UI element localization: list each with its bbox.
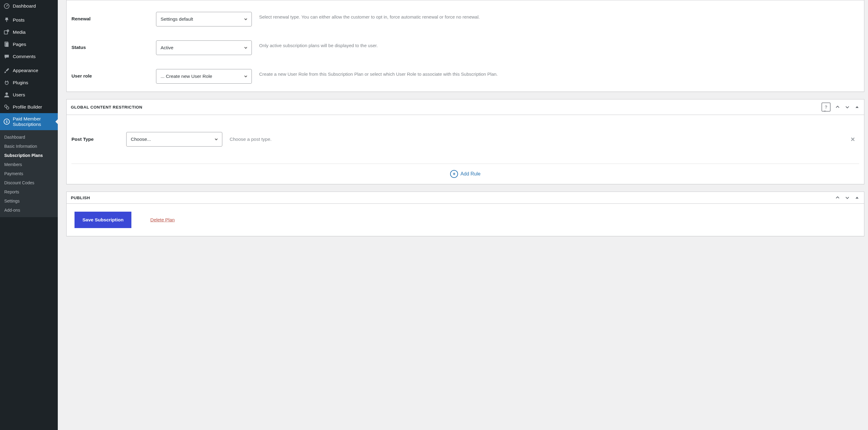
pages-icon [4,41,10,48]
move-up-icon[interactable] [835,104,840,110]
sidebar-item-label: Pages [13,42,26,47]
move-up-icon[interactable] [835,195,840,201]
sidebar-item-label: Media [13,30,26,35]
global-content-restriction-box: Global Content Restriction ? Post Type [66,99,864,184]
status-select[interactable]: Active [156,40,252,55]
svg-point-6 [5,92,8,95]
comment-icon [4,54,10,60]
status-select-value: Active [161,45,173,51]
field-status: Status Active Only active subscription p… [71,34,859,62]
sidebar-item-label: Users [13,92,25,98]
sidebar-item-paid-member-subscriptions[interactable]: $ Paid Member Subscriptions [0,113,58,130]
add-rule-button[interactable]: + Add Rule [71,164,859,184]
publish-box: Publish Save Subscription Delete Plan [66,192,864,236]
brush-icon [4,67,10,73]
post-type-select[interactable]: Choose... [126,132,222,147]
sidebar-item-appearance[interactable]: Appearance [0,64,58,76]
submenu-reports[interactable]: Reports [0,187,58,196]
sidebar-item-dashboard[interactable]: Dashboard [0,0,58,12]
delete-plan-link[interactable]: Delete Plan [150,217,175,223]
renewal-select-value: Settings default [161,17,193,22]
pms-icon: $ [4,119,10,125]
sidebar-item-profile-builder[interactable]: Profile Builder [0,101,58,113]
svg-point-8 [6,107,9,109]
sidebar-item-label: Posts [13,17,25,23]
post-type-label: Post Type [71,136,126,142]
move-down-icon[interactable] [845,104,850,110]
sidebar-item-label: Profile Builder [13,104,42,110]
field-desc-user-role: Create a new User Role from this Subscri… [252,69,859,78]
submenu-subscription-plans[interactable]: Subscription Plans [0,151,58,160]
sidebar-item-label: Dashboard [13,3,36,9]
chevron-down-icon [244,45,248,50]
submenu-members[interactable]: Members [0,160,58,169]
submenu-settings[interactable]: Settings [0,196,58,206]
field-renewal: Renewal Settings default Select renewal … [71,5,859,34]
restriction-rule-row: Post Type Choose... Choose a post type. [71,115,859,164]
user-icon [4,92,10,98]
submenu-payments[interactable]: Payments [0,169,58,178]
sidebar-item-comments[interactable]: Comments [0,51,58,63]
sidebar-item-posts[interactable]: Posts [0,14,58,26]
sidebar-item-label: Paid Member Subscriptions [13,116,54,127]
media-icon [4,29,10,35]
user-role-select-value: ... Create new User Role [161,73,212,79]
admin-sidebar: Dashboard Posts Media Pages Comments App… [0,0,58,430]
remove-rule-button[interactable] [848,135,857,144]
plug-icon [4,80,10,86]
svg-text:$: $ [6,120,8,123]
chevron-down-icon [244,17,248,21]
field-label-status: Status [71,40,156,50]
save-subscription-button[interactable]: Save Subscription [74,212,131,228]
gauge-icon [4,3,10,9]
sidebar-item-label: Plugins [13,80,28,86]
field-desc-status: Only active subscription plans will be d… [252,40,859,49]
svg-point-1 [6,6,7,7]
main-content: Renewal Settings default Select renewal … [58,0,868,430]
post-type-desc: Choose a post type. [222,136,272,142]
sidebar-item-users[interactable]: Users [0,89,58,101]
box-title-global-content-restriction: Global Content Restriction [71,105,142,110]
sidebar-item-label: Comments [13,54,36,59]
submenu-basic-information[interactable]: Basic Information [0,142,58,151]
plan-settings-box: Renewal Settings default Select renewal … [66,0,864,92]
field-label-renewal: Renewal [71,12,156,22]
field-user-role: User role ... Create new User Role Creat… [71,62,859,92]
move-down-icon[interactable] [845,195,850,201]
submenu-discount-codes[interactable]: Discount Codes [0,178,58,187]
help-icon[interactable]: ? [822,102,831,112]
sidebar-item-media[interactable]: Media [0,26,58,38]
pin-icon [4,17,10,23]
chevron-down-icon [244,74,248,79]
add-rule-label: Add Rule [461,171,480,177]
box-title-publish: Publish [71,195,90,200]
renewal-select[interactable]: Settings default [156,12,252,27]
toggle-panel-icon[interactable] [854,104,860,110]
sidebar-submenu: Dashboard Basic Information Subscription… [0,130,58,217]
sidebar-item-pages[interactable]: Pages [0,38,58,51]
sidebar-item-label: Appearance [13,68,38,73]
post-type-select-value: Choose... [131,136,151,142]
field-label-user-role: User role [71,69,156,79]
plus-icon: + [450,170,458,178]
profile-builder-icon [4,104,10,110]
sidebar-item-plugins[interactable]: Plugins [0,76,58,89]
toggle-panel-icon[interactable] [854,195,860,201]
chevron-down-icon [214,137,218,142]
field-desc-renewal: Select renewal type. You can either allo… [252,12,859,21]
user-role-select[interactable]: ... Create new User Role [156,69,252,84]
svg-rect-5 [5,42,8,47]
submenu-dashboard[interactable]: Dashboard [0,132,58,142]
submenu-add-ons[interactable]: Add-ons [0,206,58,215]
